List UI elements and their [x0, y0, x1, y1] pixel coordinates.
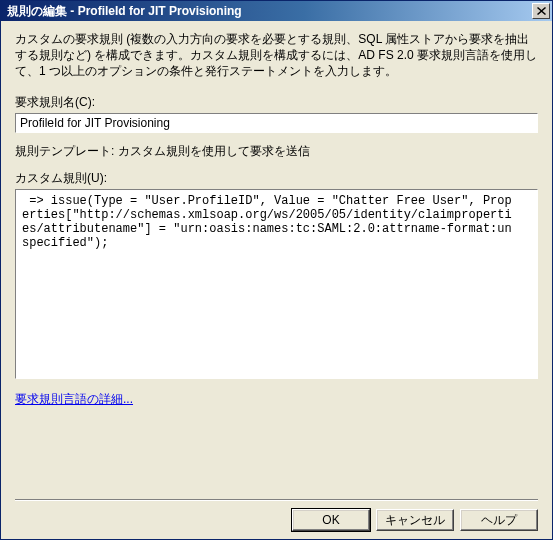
custom-rule-label: カスタム規則(U):: [15, 170, 538, 187]
help-button[interactable]: ヘルプ: [460, 509, 538, 531]
button-row: OK キャンセル ヘルプ: [15, 507, 538, 531]
rule-template-line: 規則テンプレート: カスタム規則を使用して要求を送信: [15, 143, 538, 160]
titlebar: 規則の編集 - ProfileId for JIT Provisioning: [1, 1, 552, 21]
ok-button[interactable]: OK: [292, 509, 370, 531]
button-separator: [15, 499, 538, 501]
rule-name-label: 要求規則名(C):: [15, 94, 538, 111]
close-icon: [537, 7, 546, 15]
close-button[interactable]: [532, 3, 550, 19]
spacer: [15, 408, 538, 499]
custom-rule-textarea[interactable]: [15, 189, 538, 379]
titlebar-text: 規則の編集 - ProfileId for JIT Provisioning: [7, 3, 530, 20]
cancel-button[interactable]: キャンセル: [376, 509, 454, 531]
rule-language-details-link[interactable]: 要求規則言語の詳細...: [15, 391, 538, 408]
edit-rule-dialog: 規則の編集 - ProfileId for JIT Provisioning カ…: [0, 0, 553, 540]
rule-name-input[interactable]: [15, 113, 538, 133]
dialog-client-area: カスタムの要求規則 (複数の入力方向の要求を必要とする規則、SQL 属性ストアか…: [1, 21, 552, 539]
custom-rule-wrapper: [15, 189, 538, 379]
intro-text: カスタムの要求規則 (複数の入力方向の要求を必要とする規則、SQL 属性ストアか…: [15, 31, 538, 80]
